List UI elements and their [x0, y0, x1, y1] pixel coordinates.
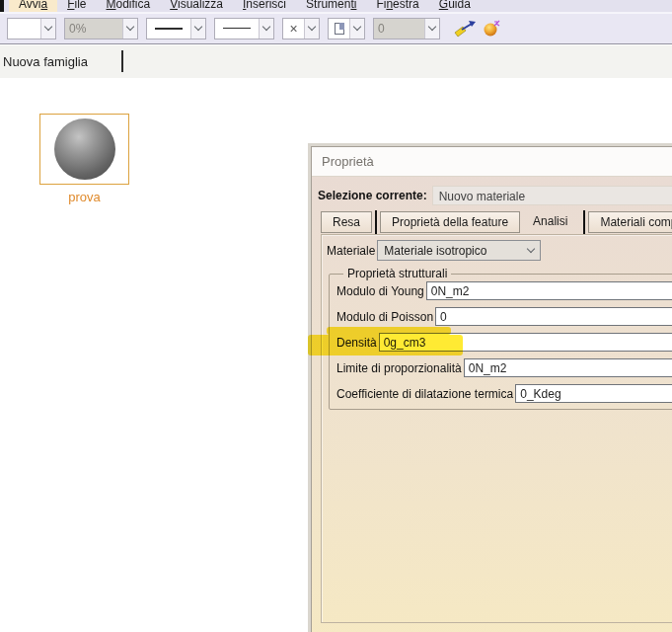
tab-proprieta-della-feature[interactable]: Proprietà della feature: [380, 211, 520, 233]
menu-finestra[interactable]: Finestra: [366, 0, 428, 13]
structural-properties-group: Proprietà strutturali Modulo di Young Mo…: [329, 267, 672, 410]
tab-separator: [121, 50, 123, 72]
window-edge-strip: [0, 0, 4, 13]
render-style-icon: [329, 19, 349, 39]
dialog-tabs: Resa Proprietà della feature Analisi Mat…: [321, 210, 672, 234]
young-modulus-row: Modulo di Young: [336, 281, 672, 300]
chevron-down-icon[interactable]: [122, 19, 137, 39]
thermal-expansion-input[interactable]: [515, 384, 672, 403]
young-modulus-label: Modulo di Young: [336, 284, 426, 298]
poisson-ratio-label: Modulo di Poisson: [336, 310, 435, 324]
tab-materiali-compositi[interactable]: Materiali compositi: [588, 211, 672, 233]
tab-analisi[interactable]: Analisi: [520, 211, 580, 233]
chevron-down-icon[interactable]: [349, 19, 364, 39]
dialog-titlebar[interactable]: Proprietà: [312, 147, 672, 177]
graphic-properties-toolbar: 0% × 0: [0, 13, 672, 44]
line-type-sample: [215, 19, 259, 39]
thermal-expansion-label: Coefficiente di dilatazione termica: [336, 387, 515, 401]
tab-separator: [375, 210, 377, 234]
line-weight-sample: [147, 19, 190, 39]
fill-color-combo[interactable]: [7, 18, 56, 40]
density-input[interactable]: [379, 333, 672, 352]
menu-modifica[interactable]: Modifica: [97, 0, 161, 13]
material-type-dropdown[interactable]: Materiale isotropico: [377, 240, 541, 261]
transparency-value: 0%: [65, 19, 122, 39]
material-type-row: Materiale Materiale isotropico: [327, 240, 672, 261]
render-style-combo[interactable]: [328, 18, 365, 40]
material-type-label: Materiale: [327, 244, 375, 258]
color-swatch[interactable]: [8, 19, 40, 39]
menu-visualizza[interactable]: Visualizza: [160, 0, 233, 13]
material-sphere-preview: [54, 118, 115, 180]
material-type-value: Materiale isotropico: [384, 244, 486, 258]
chevron-down-icon: [527, 245, 535, 253]
density-row: Densità: [336, 333, 672, 352]
proportionality-limit-input[interactable]: [464, 358, 672, 377]
application-window: Avvia File Modifica Visualizza Inserisci…: [0, 0, 672, 632]
proportionality-limit-row: Limite di proporzionalità: [336, 358, 672, 377]
poisson-ratio-input[interactable]: [435, 307, 672, 326]
density-label: Densità: [336, 336, 379, 350]
chevron-down-icon[interactable]: [259, 19, 273, 39]
current-selection-row: Selezione corrente: Nuovo materiale: [318, 186, 672, 205]
menu-inserisci[interactable]: Inserisci: [233, 0, 296, 13]
material-thumbnail[interactable]: [39, 114, 129, 185]
document-tab-bar: Nuova famiglia: [0, 44, 672, 78]
chevron-down-icon[interactable]: [424, 19, 439, 39]
painter-icon[interactable]: [454, 20, 477, 38]
chevron-down-icon[interactable]: [190, 19, 205, 39]
menu-file[interactable]: File: [57, 0, 96, 13]
tab-separator: [583, 210, 585, 234]
selection-value-field: Nuovo materiale: [432, 186, 672, 205]
dialog-title: Proprietà: [322, 154, 374, 169]
line-weight-combo[interactable]: [146, 18, 206, 40]
selection-label: Selezione corrente:: [318, 189, 427, 202]
layer-value: 0: [374, 19, 424, 39]
properties-dialog: Proprietà Selezione corrente: Nuovo mate…: [311, 146, 672, 632]
menu-guida[interactable]: Guida: [429, 0, 481, 13]
thermal-expansion-row: Coefficiente di dilatazione termica: [336, 384, 672, 403]
chevron-down-icon[interactable]: [304, 19, 319, 39]
proportionality-limit-label: Limite di proporzionalità: [336, 361, 464, 375]
point-symbol: ×: [283, 19, 304, 39]
layer-combo[interactable]: 0: [373, 18, 440, 40]
document-tab[interactable]: Nuova famiglia: [0, 54, 92, 69]
point-symbol-combo[interactable]: ×: [282, 18, 320, 40]
line-type-combo[interactable]: [214, 18, 274, 40]
chevron-down-icon[interactable]: [40, 19, 55, 39]
dialog-body: Selezione corrente: Nuovo materiale Resa…: [312, 177, 672, 632]
menu-strumenti[interactable]: Strumenti: [296, 0, 366, 13]
analisi-tab-panel: Materiale Materiale isotropico Proprietà…: [321, 234, 672, 623]
family-canvas: prova Proprietà Selezione corrente: Nuov…: [0, 78, 672, 632]
material-sphere-icon[interactable]: [483, 20, 501, 38]
young-modulus-input[interactable]: [426, 281, 672, 300]
menu-bar: Avvia File Modifica Visualizza Inserisci…: [0, 0, 672, 13]
material-name-label: prova: [39, 190, 129, 204]
transparency-combo[interactable]: 0%: [64, 18, 138, 40]
poisson-ratio-row: Modulo di Poisson: [336, 307, 672, 326]
group-title: Proprietà strutturali: [343, 267, 451, 280]
menu-avvia[interactable]: Avvia: [9, 0, 57, 13]
tab-resa[interactable]: Resa: [321, 211, 372, 233]
